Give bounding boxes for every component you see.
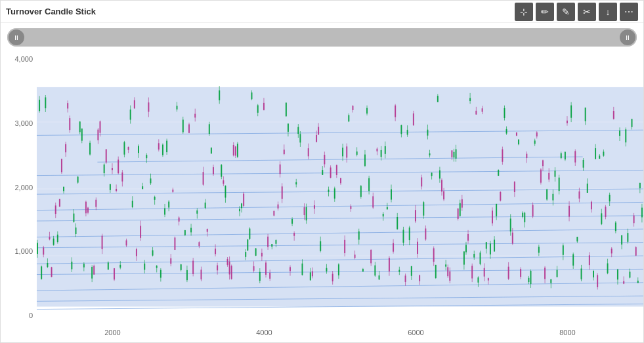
- more-button[interactable]: ⋯: [620, 3, 638, 21]
- chart-title: Turnover Candle Stick: [6, 7, 96, 16]
- x-axis: 2000 4000 6000 8000: [37, 323, 643, 342]
- chart-canvas: [37, 55, 643, 323]
- main-chart: 4,000 3,000 2,000 1,000 0 2000 4000 6000…: [1, 52, 643, 342]
- slider-handle-left[interactable]: ⏸: [9, 30, 24, 45]
- toolbar: ⊹ ✏ ✎ ✂ ↓ ⋯: [515, 3, 638, 21]
- plot-area: [37, 55, 643, 323]
- slider-handle-right[interactable]: ⏸: [620, 30, 635, 45]
- y-label-0: 0: [1, 312, 37, 319]
- y-label-3000: 3,000: [1, 119, 37, 127]
- header: Turnover Candle Stick ⊹ ✏ ✎ ✂ ↓ ⋯: [1, 1, 643, 23]
- slider-track[interactable]: ⏸ ⏸: [7, 28, 637, 47]
- y-axis: 4,000 3,000 2,000 1,000 0: [1, 52, 37, 323]
- download-button[interactable]: ↓: [599, 3, 617, 21]
- y-label-1000: 1,000: [1, 247, 37, 255]
- slider-area: ⏸ ⏸: [1, 23, 643, 52]
- settings-button[interactable]: ✂: [578, 3, 596, 21]
- chart-container: Turnover Candle Stick ⊹ ✏ ✎ ✂ ↓ ⋯ ⏸ ⏸ 4,…: [0, 0, 644, 343]
- draw-button[interactable]: ✏: [536, 3, 554, 21]
- edit-button[interactable]: ✎: [557, 3, 575, 21]
- x-label-4000: 4000: [256, 329, 272, 336]
- move-button[interactable]: ⊹: [515, 3, 533, 21]
- x-label-2000: 2000: [104, 329, 120, 336]
- x-label-6000: 6000: [408, 329, 423, 336]
- y-label-4000: 4,000: [1, 55, 37, 63]
- slider-fill: [7, 28, 637, 47]
- x-label-8000: 8000: [559, 329, 575, 336]
- y-label-2000: 2,000: [1, 184, 37, 192]
- chart-body: ⏸ ⏸ 4,000 3,000 2,000 1,000 0 2000 4000 …: [1, 23, 643, 342]
